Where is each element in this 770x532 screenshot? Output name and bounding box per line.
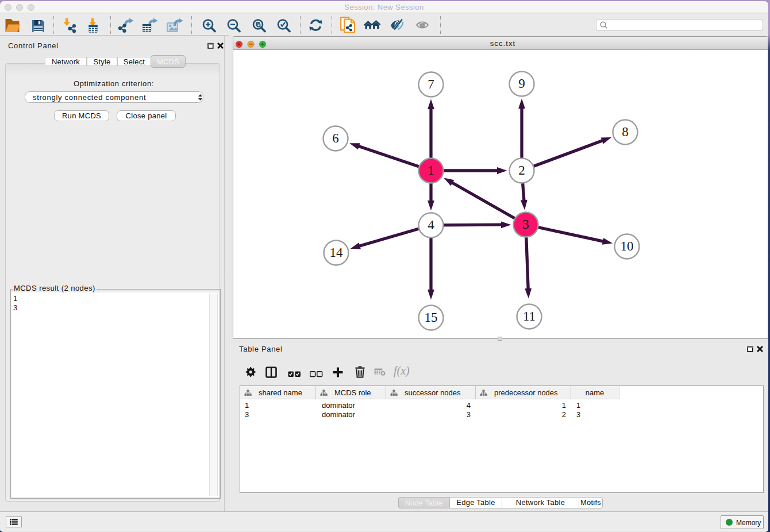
svg-text:6: 6 bbox=[332, 131, 339, 145]
svg-text:2: 2 bbox=[518, 163, 525, 178]
svg-text:4: 4 bbox=[428, 218, 434, 232]
svg-text:10: 10 bbox=[621, 239, 634, 253]
svg-text:14: 14 bbox=[330, 245, 344, 260]
svg-text:9: 9 bbox=[518, 76, 525, 91]
svg-text:3: 3 bbox=[522, 217, 529, 232]
svg-text:15: 15 bbox=[425, 310, 438, 325]
svg-text:11: 11 bbox=[523, 309, 536, 323]
svg-text:1: 1 bbox=[428, 163, 434, 178]
svg-text:8: 8 bbox=[622, 125, 629, 139]
svg-text:7: 7 bbox=[428, 77, 434, 91]
